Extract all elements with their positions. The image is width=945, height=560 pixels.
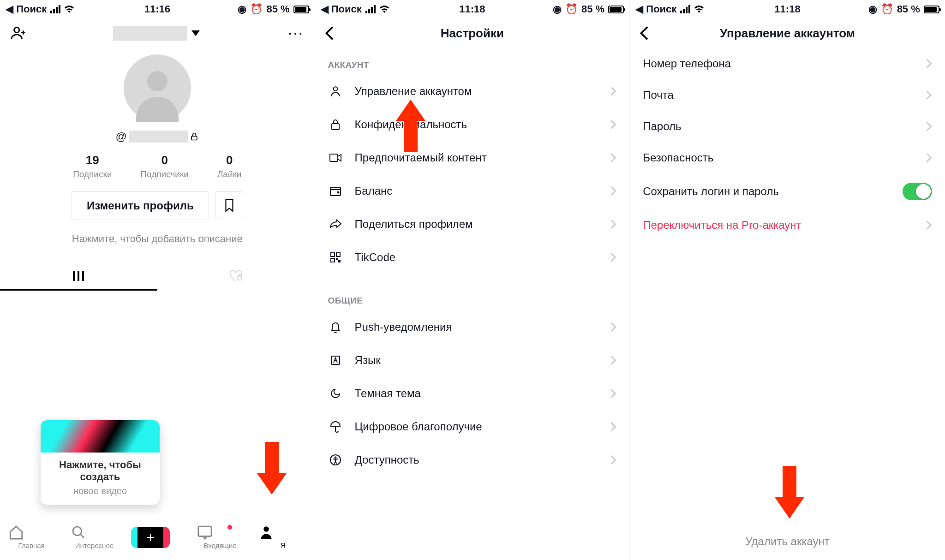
location-icon: ◉ — [868, 3, 877, 15]
stat-following[interactable]: 19Подписки — [73, 153, 112, 179]
profile-tabs — [0, 261, 315, 291]
tab-posts[interactable] — [0, 261, 157, 291]
back-to-app[interactable]: ◀ Поиск — [6, 3, 47, 15]
row-label: Пароль — [643, 120, 681, 133]
chevron-right-icon — [610, 219, 616, 229]
row-password[interactable]: Пароль — [630, 111, 945, 142]
row-balance[interactable]: Баланс — [315, 174, 630, 208]
row-digital-wellbeing[interactable]: Цифровое благополучие — [315, 410, 630, 443]
alarm-icon: ⏰ — [565, 3, 578, 15]
status-bar: ◀ Поиск 11:18 ◉ ⏰ 85 % — [315, 0, 630, 18]
status-time: 11:16 — [144, 3, 170, 15]
nav-discover[interactable]: Интересное — [71, 525, 117, 549]
row-security[interactable]: Безопасность — [630, 142, 945, 173]
username: @ — [0, 130, 315, 143]
umbrella-icon — [328, 419, 343, 434]
row-tikcode[interactable]: TikCode — [315, 241, 630, 274]
edit-profile-button[interactable]: Изменить профиль — [72, 191, 209, 220]
location-icon: ◉ — [553, 3, 562, 15]
svg-rect-15 — [339, 261, 340, 262]
chevron-right-icon — [610, 186, 616, 196]
caret-down-icon — [191, 30, 200, 36]
chevron-right-icon — [926, 59, 932, 69]
share-icon — [328, 217, 343, 232]
back-to-app[interactable]: ◀ Поиск — [635, 3, 676, 15]
row-label: Безопасность — [643, 151, 713, 164]
row-language[interactable]: Язык — [315, 344, 630, 377]
row-label: Сохранить логин и пароль — [643, 185, 779, 198]
screen-profile: ◀ Поиск 11:16 ◉ ⏰ 85 % ⋯ @ 19Подписки 0П… — [0, 0, 315, 560]
lock-icon — [328, 117, 343, 132]
stat-likes[interactable]: 0Лайки — [217, 153, 242, 179]
cellular-icon — [50, 5, 60, 13]
nav-inbox[interactable]: Входящие — [197, 525, 243, 549]
chevron-right-icon — [610, 455, 616, 465]
status-time: 11:18 — [774, 3, 800, 15]
delete-account-button[interactable]: Удалить аккаунт — [630, 535, 945, 548]
bookmarks-button[interactable] — [215, 191, 243, 219]
annotation-arrow-2 — [397, 97, 424, 152]
account-switcher[interactable] — [113, 26, 200, 41]
row-label: Баланс — [355, 185, 393, 197]
row-push[interactable]: Push-уведомления — [315, 310, 630, 344]
plus-icon: ＋ — [144, 528, 157, 547]
row-label: Номер телефона — [643, 57, 731, 70]
bottom-nav: Главная Интересное ＋ Входящие Я — [0, 514, 315, 560]
row-dark-mode[interactable]: Темная тема — [315, 377, 630, 410]
grid-icon — [73, 271, 84, 281]
language-icon — [328, 353, 343, 368]
location-icon: ◉ — [238, 3, 246, 15]
section-divider — [328, 279, 617, 279]
chevron-right-icon — [610, 86, 616, 96]
row-save-login[interactable]: Сохранить логин и пароль — [630, 173, 945, 209]
annotation-arrow-1 — [258, 442, 285, 497]
svg-point-0 — [14, 27, 19, 32]
toggle-on[interactable] — [903, 183, 932, 200]
row-label: Push-уведомления — [355, 321, 452, 334]
row-label: Язык — [355, 354, 381, 367]
row-privacy[interactable]: Конфиденциальность — [315, 108, 630, 141]
row-accessibility[interactable]: Доступность — [315, 443, 630, 477]
svg-rect-8 — [330, 154, 338, 161]
avatar[interactable] — [124, 54, 191, 122]
chevron-right-icon — [610, 119, 616, 130]
screen-manage-account: ◀ Поиск 11:18 ◉ ⏰ 85 % Управление аккаун… — [630, 0, 945, 560]
svg-rect-9 — [330, 187, 341, 196]
add-friend-icon[interactable] — [10, 25, 26, 41]
back-button[interactable] — [636, 25, 653, 42]
bell-icon — [328, 320, 343, 334]
nav-create[interactable]: ＋ — [134, 527, 180, 548]
wifi-icon — [379, 6, 389, 13]
profile-topbar: ⋯ — [0, 18, 315, 48]
nav-home[interactable]: Главная — [8, 525, 54, 549]
nav-me[interactable]: Я — [260, 525, 306, 549]
svg-rect-14 — [336, 258, 338, 260]
row-content-prefs[interactable]: Предпочитаемый контент — [315, 141, 630, 174]
home-icon — [8, 525, 24, 540]
create-button[interactable]: ＋ — [134, 527, 167, 548]
row-label: Поделиться профилем — [355, 218, 473, 231]
svg-point-10 — [337, 192, 339, 193]
chevron-right-icon — [610, 153, 616, 163]
back-to-app[interactable]: ◀ Поиск — [321, 3, 362, 15]
stat-followers[interactable]: 0Подписчики — [140, 153, 189, 179]
row-manage-account[interactable]: Управление аккаунтом — [315, 75, 630, 108]
heart-lock-icon — [229, 270, 243, 282]
chevron-right-icon — [926, 90, 932, 100]
chevron-right-icon — [610, 422, 616, 432]
row-switch-pro[interactable]: Переключиться на Pro-аккаунт — [630, 209, 945, 241]
row-phone[interactable]: Номер телефона — [630, 48, 945, 79]
tab-liked[interactable] — [157, 261, 315, 291]
row-label: TikCode — [355, 251, 395, 264]
create-tooltip[interactable]: Нажмите, чтобысоздать новое видео — [41, 420, 160, 505]
chevron-right-icon — [926, 220, 932, 230]
annotation-arrow-3 — [776, 466, 803, 521]
page-title: Управление аккаунтом — [720, 26, 855, 41]
bio-placeholder[interactable]: Нажмите, чтобы добавить описание — [0, 233, 315, 245]
row-label: Почта — [643, 89, 674, 101]
row-share-profile[interactable]: Поделиться профилем — [315, 208, 630, 241]
battery-icon — [924, 6, 939, 13]
back-button[interactable] — [322, 25, 338, 42]
redacted-name — [113, 26, 187, 41]
row-email[interactable]: Почта — [630, 79, 945, 111]
